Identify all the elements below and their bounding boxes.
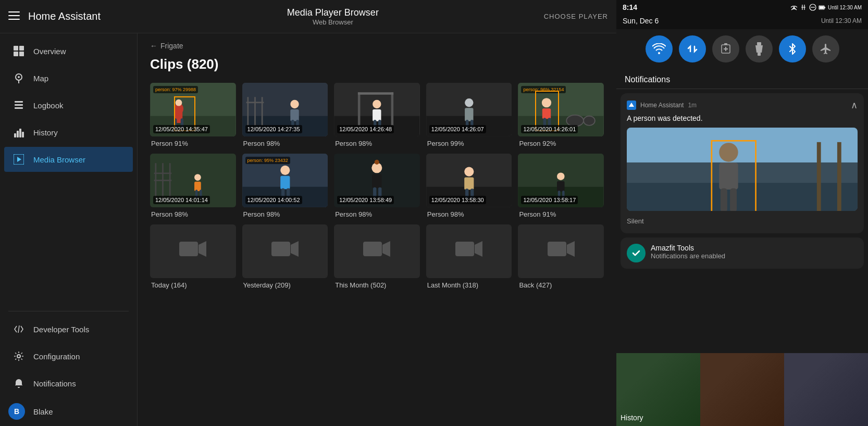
svg-rect-79 bbox=[372, 174, 381, 188]
qs-battery-saver-button[interactable] bbox=[712, 35, 739, 62]
amazfit-app-name: Amazfit Tools bbox=[651, 244, 725, 252]
timestamp-label: 12/05/2020 14:27:35 bbox=[245, 125, 302, 133]
svg-rect-13 bbox=[14, 133, 16, 137]
sidebar-label-notifications: Notifications bbox=[33, 379, 76, 388]
media-item[interactable]: 12/05/2020 13:58:49 Person 98% bbox=[334, 154, 420, 218]
media-thumbnail: person: 95% 23432 12/05/2020 14:00:52 bbox=[242, 154, 328, 207]
media-thumbnail: 12/05/2020 14:26:07 bbox=[426, 83, 512, 136]
menu-icon[interactable] bbox=[8, 10, 20, 22]
svg-point-135 bbox=[719, 143, 738, 161]
svg-rect-67 bbox=[194, 182, 201, 191]
ha-notification-card[interactable]: Home Assistant 1m ∧ A person was detecte… bbox=[621, 93, 864, 233]
svg-rect-120 bbox=[820, 6, 824, 9]
svg-marker-95 bbox=[199, 241, 206, 257]
media-browser-icon bbox=[13, 153, 25, 166]
media-thumbnail-placeholder bbox=[242, 224, 328, 278]
back-arrow-icon: ← bbox=[150, 42, 157, 50]
sidebar-label-logbook: Logbook bbox=[33, 101, 64, 110]
media-item-label: Person 91% bbox=[150, 140, 236, 147]
sidebar-item-map[interactable]: Map bbox=[4, 66, 133, 91]
svg-rect-133 bbox=[817, 142, 821, 211]
media-folder-item[interactable]: Yesterday (209) bbox=[242, 224, 328, 289]
svg-point-19 bbox=[17, 355, 20, 358]
header-main-title: Media Player Browser bbox=[287, 7, 379, 18]
media-item[interactable]: 12/05/2020 14:27:35 Person 98% bbox=[242, 83, 328, 147]
detection-label: person: 96% 32154 bbox=[521, 86, 566, 93]
svg-marker-18 bbox=[17, 157, 21, 162]
media-item[interactable]: 12/05/2020 14:01:14 Person 98% bbox=[150, 154, 236, 218]
svg-rect-49 bbox=[465, 108, 473, 121]
date-text: Sun, Dec 6 bbox=[623, 17, 659, 25]
svg-rect-16 bbox=[22, 132, 24, 137]
media-item[interactable]: person: 96% 32154 12/05/2020 14:26:01 Pe… bbox=[518, 83, 604, 147]
media-item[interactable]: person: 97% 29988 12/05/2020 14:35:47 Pe… bbox=[150, 83, 236, 147]
battery-status: Until 12:30 AM bbox=[821, 17, 862, 24]
media-folder-item[interactable]: This Month (502) bbox=[334, 224, 420, 289]
timestamp-label: 12/05/2020 14:35:47 bbox=[153, 125, 210, 133]
breadcrumb-text: Frigate bbox=[160, 42, 183, 50]
clips-title: Clips (820) bbox=[150, 56, 604, 72]
background-photos: History bbox=[616, 353, 868, 426]
sidebar-item-configuration[interactable]: Configuration bbox=[4, 344, 133, 369]
history-icon bbox=[13, 126, 25, 139]
sidebar-item-notifications[interactable]: Notifications bbox=[4, 371, 133, 396]
timestamp-label: 12/05/2020 13:58:17 bbox=[521, 196, 578, 204]
svg-rect-14 bbox=[17, 131, 19, 137]
qs-airplane-button[interactable] bbox=[812, 35, 839, 62]
timestamp-label: 12/05/2020 14:26:07 bbox=[429, 125, 486, 133]
svg-rect-30 bbox=[254, 97, 256, 126]
amazfit-notification-card[interactable]: Amazfit Tools Notifications are enabled bbox=[621, 237, 864, 269]
sidebar-item-developer-tools[interactable]: Developer Tools bbox=[4, 317, 133, 342]
svg-point-78 bbox=[375, 160, 379, 165]
sidebar-item-media-browser[interactable]: Media Browser bbox=[4, 147, 133, 172]
media-item[interactable]: 12/05/2020 14:26:48 Person 98% bbox=[334, 83, 420, 147]
media-grid-row1: person: 97% 29988 12/05/2020 14:35:47 Pe… bbox=[150, 83, 604, 147]
media-folder-item[interactable]: Back (427) bbox=[518, 224, 604, 289]
media-item[interactable]: 12/05/2020 13:58:17 Person 91% bbox=[518, 154, 604, 218]
breadcrumb[interactable]: ← Frigate bbox=[150, 42, 604, 50]
svg-rect-2 bbox=[8, 19, 20, 20]
media-thumbnail-placeholder bbox=[518, 224, 604, 278]
media-item[interactable]: 12/05/2020 14:26:07 Person 99% bbox=[426, 83, 512, 147]
media-folder-item[interactable]: Last Month (318) bbox=[426, 224, 512, 289]
notif-time: 1m bbox=[688, 102, 697, 109]
media-thumbnail-placeholder bbox=[426, 224, 512, 278]
notif-body-text: A person was detected. bbox=[627, 114, 858, 122]
qs-flashlight-button[interactable] bbox=[746, 35, 773, 62]
svg-point-84 bbox=[464, 167, 474, 176]
sidebar-label-history: History bbox=[33, 128, 58, 137]
sidebar-label-overview: Overview bbox=[33, 47, 66, 56]
sidebar-item-overview[interactable]: Overview bbox=[4, 39, 133, 64]
qs-bluetooth-button[interactable] bbox=[779, 35, 806, 62]
developer-tools-icon bbox=[13, 323, 25, 335]
media-thumbnail: 12/05/2020 13:58:30 bbox=[426, 154, 512, 207]
svg-rect-0 bbox=[8, 11, 20, 12]
sidebar-item-history[interactable]: History bbox=[4, 120, 133, 145]
notif-collapse-button[interactable]: ∧ bbox=[851, 99, 858, 111]
status-bar: 8:14 Until 12:30 AM bbox=[616, 0, 868, 15]
timestamp-label: 12/05/2020 13:58:49 bbox=[337, 196, 394, 204]
status-icons: Until 12:30 AM bbox=[790, 4, 862, 11]
user-profile[interactable]: B Blake bbox=[0, 397, 137, 426]
quick-settings bbox=[616, 29, 868, 69]
media-folder-item[interactable]: Today (164) bbox=[150, 224, 236, 289]
media-thumbnail: 12/05/2020 14:27:35 bbox=[242, 83, 328, 136]
sidebar-item-logbook[interactable]: Logbook bbox=[4, 93, 133, 118]
media-item[interactable]: 12/05/2020 13:58:30 Person 98% bbox=[426, 154, 512, 218]
qs-data-button[interactable] bbox=[679, 35, 706, 62]
svg-rect-5 bbox=[14, 52, 18, 56]
svg-point-8 bbox=[18, 76, 20, 78]
overview-icon bbox=[13, 45, 25, 57]
svg-rect-98 bbox=[363, 242, 382, 256]
svg-point-33 bbox=[290, 100, 299, 108]
choose-player-button[interactable]: CHOOSE PLAYER bbox=[544, 12, 608, 20]
svg-rect-34 bbox=[290, 109, 299, 121]
svg-marker-127 bbox=[755, 45, 763, 53]
svg-point-24 bbox=[176, 99, 182, 106]
sidebar-label-map: Map bbox=[33, 74, 48, 83]
media-grid-row2: 12/05/2020 14:01:14 Person 98% bbox=[150, 154, 604, 218]
video-camera-icon bbox=[548, 239, 575, 264]
qs-wifi-button[interactable] bbox=[646, 35, 673, 62]
sidebar-label-developer-tools: Developer Tools bbox=[33, 325, 89, 334]
media-item[interactable]: person: 95% 23432 12/05/2020 14:00:52 Pe… bbox=[242, 154, 328, 218]
